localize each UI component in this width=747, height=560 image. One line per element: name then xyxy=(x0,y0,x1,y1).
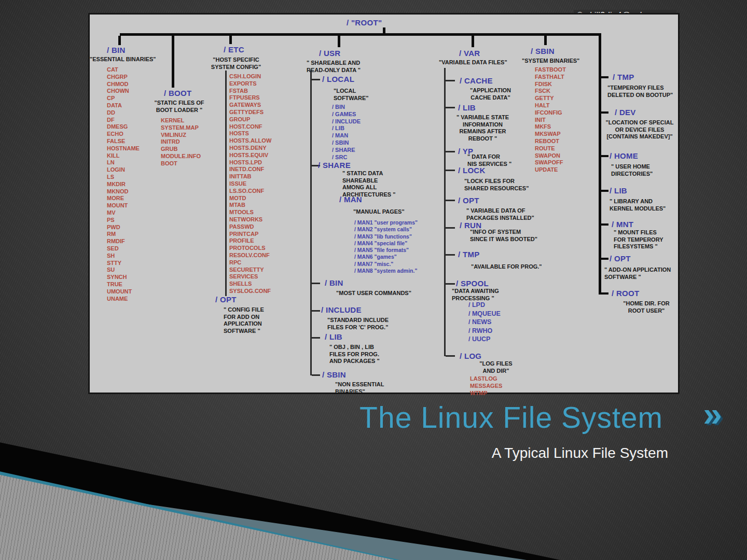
usr-tick-lib xyxy=(312,337,320,339)
file-item: IFCONFIG xyxy=(535,109,566,117)
file-item: RESOLV.CONF xyxy=(229,252,271,259)
right-tick-opt xyxy=(601,258,608,260)
var-run-desc: "INFO OF SYSTEM SINCE IT WAS BOOTED" xyxy=(470,229,553,243)
node-root: / "ROOT" xyxy=(347,18,382,27)
dev-desc: "LOCATION OF SPECIAL OR DEVICE FILES [CO… xyxy=(601,119,679,141)
file-item: KILL xyxy=(107,152,140,160)
file-item: LS xyxy=(107,174,140,181)
file-item: SHELLS xyxy=(229,281,271,288)
file-item: UNAME xyxy=(107,296,140,303)
file-item: HALT xyxy=(535,102,566,109)
file-item: HOST.CONF xyxy=(229,123,271,131)
file-item: INITTAB xyxy=(229,173,271,180)
node-mnt: / MNT xyxy=(612,220,633,229)
var-tick-lock xyxy=(446,170,455,171)
var-cache-desc: "APPLICATION CACHE DATA" xyxy=(461,87,520,101)
slide: © skill2die4@yahoo.com / "ROOT" / BIN "E… xyxy=(0,0,747,560)
file-item: STTY xyxy=(107,260,140,267)
file-item: MKFS xyxy=(535,123,566,131)
node-var-spool: / SPOOL xyxy=(456,279,489,288)
file-item: DMESG xyxy=(107,123,140,131)
file-item: MTAB xyxy=(229,202,271,209)
file-item: HOSTS.EQUIV xyxy=(229,152,271,159)
var-log-desc: "LOG FILES AND DIR" xyxy=(473,360,519,374)
file-item: PASSWD xyxy=(229,223,271,231)
file-item: LN xyxy=(107,159,140,166)
usr-tick-sbin xyxy=(312,374,320,376)
node-usr-sbin: / SBIN xyxy=(322,370,346,379)
filesystem-diagram: / "ROOT" / BIN "ESSENTIAL BINARIES" CATC… xyxy=(88,13,680,394)
file-item: MOUNT xyxy=(107,202,140,209)
file-item: SECURETTY xyxy=(229,267,271,274)
file-item: FDISK xyxy=(535,81,566,88)
file-item: ROUTE xyxy=(535,145,566,152)
usr-bin-desc: "MOST USER COMMANDS" xyxy=(336,290,411,297)
opt-desc: " ADD-ON APPLICATION SOFTWARE " xyxy=(604,267,671,281)
sbin-desc: "SYSTEM BINARIES" xyxy=(522,58,579,65)
usr-man-page-list: / MAN1 "user programs"/ MAN2 "system cal… xyxy=(354,219,418,274)
var-tick-opt xyxy=(446,200,455,201)
file-item: PROFILE xyxy=(229,237,271,245)
bin-file-list: CATCHGRPCHMODCHOWNCPDATADDDFDMESGECHOFAL… xyxy=(107,66,140,302)
file-item: FSTAB xyxy=(229,88,271,95)
var-spool-dir-list: / LPD/ MQUEUE/ NEWS/ RWHO/ UUCP xyxy=(468,301,501,344)
file-item: LASTLOG xyxy=(470,375,502,383)
man-page-item: / MAN3 "lib functions" xyxy=(354,233,418,240)
node-var-log: / LOG xyxy=(460,352,481,360)
file-item: FALSE xyxy=(107,138,140,145)
file-item: DD xyxy=(107,109,140,117)
file-item: HOSTS.DENY xyxy=(229,145,271,152)
dir-item: / UUCP xyxy=(468,335,501,344)
file-item: MODULE.INFO xyxy=(161,153,201,160)
var-tick-yp xyxy=(446,151,455,152)
usr-spine xyxy=(310,70,312,375)
etc-desc: "HOST SPECIFIC SYSTEM CONFIG" xyxy=(203,57,269,71)
file-item: VMLINUZ xyxy=(161,132,201,139)
dir-item: / INCLUDE xyxy=(332,118,361,125)
var-spool-desc: "DATA AWAITING PROCESSING " xyxy=(452,288,519,302)
var-yp-desc: " DATA FOR NIS SERVICES " xyxy=(467,153,524,167)
right-tick-tmp xyxy=(601,76,608,78)
etc-file-list: CSH.LOGINEXPORTSFSTABFTPUSERSGATEWAYSGET… xyxy=(229,73,271,295)
file-item: HOSTS xyxy=(229,130,271,137)
usr-lib-desc: " OBJ , BIN , LIB FILES FOR PROG. AND PA… xyxy=(329,344,380,365)
var-desc: "VARIABLE DATA FILES" xyxy=(439,59,507,66)
file-item: MOTD xyxy=(229,195,271,202)
file-item: ECHO xyxy=(107,131,140,138)
file-item: RM xyxy=(107,231,140,238)
file-item: EXPORTS xyxy=(229,80,271,88)
var-lib-desc: " VARIABLE STATE INFORMATION REMAINS AFT… xyxy=(448,114,518,142)
file-item: HOSTS.LPD xyxy=(229,159,271,166)
node-var-tmp: / TMP xyxy=(458,250,480,259)
file-item: GETTYDEFS xyxy=(229,109,271,116)
mnt-desc: " MOUNT FILES FOR TEMPERORY FILESYSTEMS … xyxy=(614,229,663,250)
node-bin: / BIN xyxy=(107,46,126,54)
file-item: MKDIR xyxy=(107,181,140,188)
file-item: UPDATE xyxy=(535,166,566,174)
connector-sbin-drop xyxy=(544,36,547,45)
node-sbin: / SBIN xyxy=(531,47,555,55)
file-item: PWD xyxy=(107,224,140,231)
connector-etc-drop xyxy=(229,36,232,44)
var-tick-spool xyxy=(446,283,455,285)
file-item: KERNEL xyxy=(161,117,201,124)
file-item: INIT xyxy=(535,117,566,124)
var-spine xyxy=(444,68,446,356)
node-usr-local: / LOCAL xyxy=(322,75,354,83)
file-item: DF xyxy=(107,117,140,124)
man-page-item: / MAN6 "games" xyxy=(354,254,418,260)
file-item: FASTBOOT xyxy=(535,66,566,74)
dir-item: / LPD xyxy=(468,301,501,310)
sbin-file-list: FASTBOOTFASTHALTFDISKFSCKGETTYHALTIFCONF… xyxy=(535,66,566,174)
node-usr-share: / SHARE xyxy=(318,161,351,170)
var-tmp-desc: "AVAILABLE FOR PROG." xyxy=(471,263,542,271)
node-var-lib: / LIB xyxy=(458,103,476,112)
var-tick-lib xyxy=(446,107,455,108)
right-tick-lib xyxy=(601,190,608,192)
node-usr-share-man: / MAN xyxy=(339,195,362,204)
boot-file-list: KERNELSYSTEM.MAPVMLINUZINITRDGRUBMODULE.… xyxy=(161,117,201,167)
usr-share-desc: " STATIC DATA SHAREABLE AMONG ALL ARCHIT… xyxy=(342,170,405,198)
man-page-item: / MAN8 "system admin." xyxy=(354,268,418,274)
connector-var-drop xyxy=(472,36,474,47)
connector-bin-drop xyxy=(118,36,121,45)
